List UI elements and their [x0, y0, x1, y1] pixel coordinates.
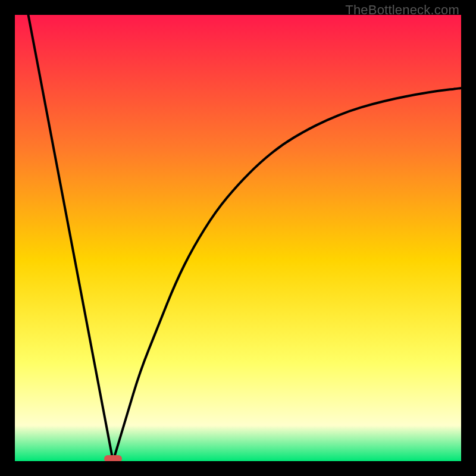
watermark-text: TheBottleneck.com	[345, 2, 459, 18]
min-marker	[104, 455, 122, 461]
plot-area	[15, 15, 461, 461]
chart-svg	[15, 15, 461, 461]
chart-frame: TheBottleneck.com	[0, 0, 476, 476]
gradient-bg	[15, 15, 461, 461]
